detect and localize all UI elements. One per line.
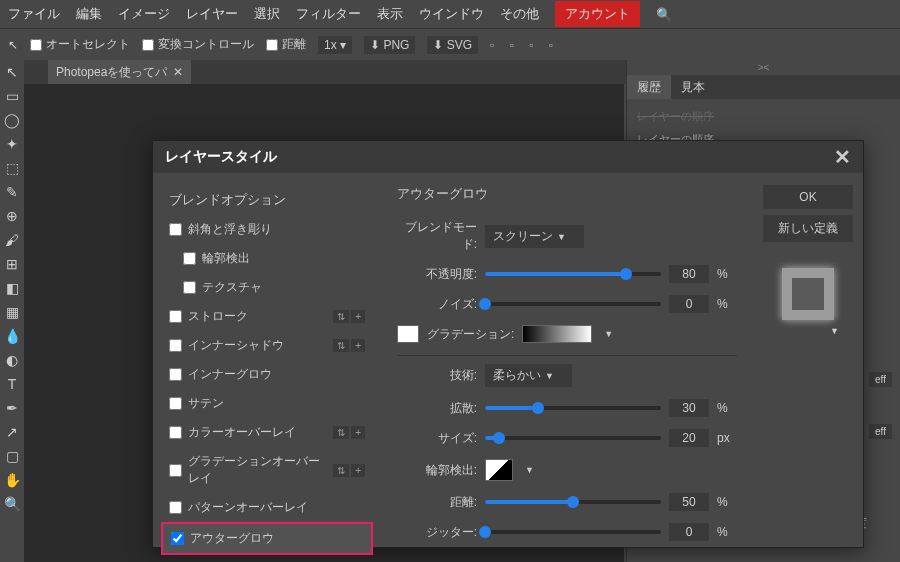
menu-select[interactable]: 選択 bbox=[254, 5, 280, 23]
brush-tool-icon[interactable]: 🖌 bbox=[0, 228, 24, 252]
transform-controls-checkbox[interactable]: 変換コントロール bbox=[142, 36, 254, 53]
color-swatch[interactable] bbox=[397, 325, 419, 343]
jitter-value[interactable]: 0 bbox=[669, 523, 709, 541]
spread-slider[interactable] bbox=[485, 406, 661, 410]
menu-other[interactable]: その他 bbox=[500, 5, 539, 23]
style-checkbox[interactable] bbox=[169, 426, 182, 439]
menu-layer[interactable]: レイヤー bbox=[186, 5, 238, 23]
menu-file[interactable]: ファイル bbox=[8, 5, 60, 23]
opacity-slider[interactable] bbox=[485, 272, 661, 276]
chevron-down-icon[interactable]: ▼ bbox=[525, 465, 534, 475]
technique-select[interactable]: 柔らかい▼ bbox=[485, 364, 572, 387]
size-value[interactable]: 20 bbox=[669, 429, 709, 447]
blend-mode-select[interactable]: スクリーン▼ bbox=[485, 225, 584, 248]
scale-select[interactable]: 1x ▾ bbox=[318, 36, 352, 54]
chevron-down-icon[interactable]: ▼ bbox=[830, 326, 839, 336]
spread-value[interactable]: 30 bbox=[669, 399, 709, 417]
style-checkbox[interactable] bbox=[169, 501, 182, 514]
close-icon[interactable]: ✕ bbox=[834, 145, 851, 169]
new-style-button[interactable]: 新しい定義 bbox=[763, 215, 853, 242]
style-item-7[interactable]: カラーオーバーレイ⇅+ bbox=[161, 418, 373, 447]
hand-tool-icon[interactable]: ✋ bbox=[0, 468, 24, 492]
zoom-tool-icon[interactable]: 🔍 bbox=[0, 492, 24, 516]
effects-badge[interactable]: eff bbox=[869, 424, 892, 439]
chevron-down-icon[interactable]: ▼ bbox=[604, 329, 613, 339]
history-item[interactable]: レイヤーの順序 bbox=[637, 105, 890, 128]
shape-tool-icon[interactable]: ▢ bbox=[0, 444, 24, 468]
distance-checkbox[interactable]: 距離 bbox=[266, 36, 306, 53]
auto-select-checkbox[interactable]: オートセレクト bbox=[30, 36, 130, 53]
arrow-up-down-icon[interactable]: ⇅ bbox=[333, 464, 349, 477]
eraser-tool-icon[interactable]: ◧ bbox=[0, 276, 24, 300]
menu-edit[interactable]: 編集 bbox=[76, 5, 102, 23]
contour-swatch[interactable] bbox=[485, 459, 513, 481]
marquee-tool-icon[interactable]: ▭ bbox=[0, 84, 24, 108]
blend-options-heading[interactable]: ブレンドオプション bbox=[161, 185, 373, 215]
crop-tool-icon[interactable]: ⬚ bbox=[0, 156, 24, 180]
blur-tool-icon[interactable]: 💧 bbox=[0, 324, 24, 348]
document-tab[interactable]: Photopeaを使ってパ ✕ bbox=[48, 60, 191, 85]
style-item-8[interactable]: グラデーションオーバーレイ⇅+ bbox=[161, 447, 373, 493]
size-slider[interactable] bbox=[485, 436, 661, 440]
tab-history[interactable]: 履歴 bbox=[627, 75, 671, 99]
style-item-5[interactable]: インナーグロウ bbox=[161, 360, 373, 389]
style-item-2[interactable]: テクスチャ bbox=[161, 273, 373, 302]
export-svg-button[interactable]: ⬇ SVG bbox=[427, 36, 478, 54]
eyedropper-tool-icon[interactable]: ✎ bbox=[0, 180, 24, 204]
style-item-11[interactable]: ドロップシャドウ⇅+ bbox=[161, 555, 373, 562]
opacity-value[interactable]: 80 bbox=[669, 265, 709, 283]
plus-icon[interactable]: + bbox=[351, 464, 365, 477]
arrow-up-down-icon[interactable]: ⇅ bbox=[333, 339, 349, 352]
range-slider[interactable] bbox=[485, 500, 661, 504]
noise-value[interactable]: 0 bbox=[669, 295, 709, 313]
close-icon[interactable]: ✕ bbox=[173, 65, 183, 79]
path-tool-icon[interactable]: ↗ bbox=[0, 420, 24, 444]
menu-window[interactable]: ウインドウ bbox=[419, 5, 484, 23]
style-checkbox[interactable] bbox=[183, 281, 196, 294]
plus-icon[interactable]: + bbox=[351, 426, 365, 439]
gradient-tool-icon[interactable]: ▦ bbox=[0, 300, 24, 324]
style-checkbox[interactable] bbox=[169, 339, 182, 352]
style-item-1[interactable]: 輪郭検出 bbox=[161, 244, 373, 273]
style-item-6[interactable]: サテン bbox=[161, 389, 373, 418]
arrow-up-down-icon[interactable]: ⇅ bbox=[333, 426, 349, 439]
style-item-10[interactable]: アウターグロウ bbox=[161, 522, 373, 555]
style-item-9[interactable]: パターンオーバーレイ bbox=[161, 493, 373, 522]
search-icon[interactable]: 🔍 bbox=[656, 7, 672, 22]
move-tool-icon[interactable]: ↖ bbox=[0, 60, 24, 84]
menu-image[interactable]: イメージ bbox=[118, 5, 170, 23]
style-item-3[interactable]: ストローク⇅+ bbox=[161, 302, 373, 331]
dialog-header[interactable]: レイヤースタイル ✕ bbox=[153, 141, 863, 173]
menu-view[interactable]: 表示 bbox=[377, 5, 403, 23]
plus-icon[interactable]: + bbox=[351, 310, 365, 323]
style-item-0[interactable]: 斜角と浮き彫り bbox=[161, 215, 373, 244]
account-button[interactable]: アカウント bbox=[555, 1, 640, 27]
dodge-tool-icon[interactable]: ◐ bbox=[0, 348, 24, 372]
export-png-button[interactable]: ⬇ PNG bbox=[364, 36, 415, 54]
style-checkbox[interactable] bbox=[169, 397, 182, 410]
gradient-swatch[interactable] bbox=[522, 325, 592, 343]
effects-badge[interactable]: eff bbox=[869, 372, 892, 387]
tab-swatches[interactable]: 見本 bbox=[671, 75, 715, 99]
noise-slider[interactable] bbox=[485, 302, 661, 306]
style-checkbox[interactable] bbox=[169, 310, 182, 323]
heal-tool-icon[interactable]: ⊕ bbox=[0, 204, 24, 228]
style-checkbox[interactable] bbox=[183, 252, 196, 265]
align-icons[interactable]: ▫ ▫ ▫ ▫ bbox=[490, 38, 559, 52]
ok-button[interactable]: OK bbox=[763, 185, 853, 209]
lasso-tool-icon[interactable]: ◯ bbox=[0, 108, 24, 132]
pen-tool-icon[interactable]: ✒ bbox=[0, 396, 24, 420]
stamp-tool-icon[interactable]: ⊞ bbox=[0, 252, 24, 276]
plus-icon[interactable]: + bbox=[351, 339, 365, 352]
wand-tool-icon[interactable]: ✦ bbox=[0, 132, 24, 156]
style-checkbox[interactable] bbox=[169, 464, 182, 477]
style-item-4[interactable]: インナーシャドウ⇅+ bbox=[161, 331, 373, 360]
style-checkbox[interactable] bbox=[169, 223, 182, 236]
menu-filter[interactable]: フィルター bbox=[296, 5, 361, 23]
jitter-slider[interactable] bbox=[485, 530, 661, 534]
style-checkbox[interactable] bbox=[169, 368, 182, 381]
range-value[interactable]: 50 bbox=[669, 493, 709, 511]
panel-handle[interactable]: >< bbox=[627, 60, 900, 75]
style-checkbox[interactable] bbox=[171, 532, 184, 545]
arrow-up-down-icon[interactable]: ⇅ bbox=[333, 310, 349, 323]
